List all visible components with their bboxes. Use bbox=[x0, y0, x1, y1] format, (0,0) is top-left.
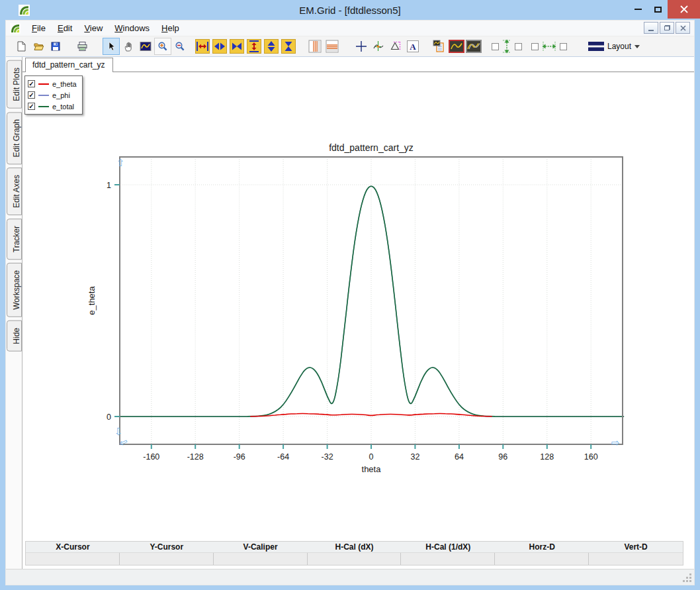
sidebar-tab-edit-graph[interactable]: Edit Graph bbox=[7, 112, 22, 164]
x-tick-label: 64 bbox=[455, 452, 464, 462]
plot-region: ✓ e_theta ✓ e_phi ✓ e_total bbox=[22, 72, 694, 541]
readout-header-y-cursor: Y-Cursor bbox=[120, 542, 214, 553]
readout-header-h-cal-dx: H-Cal (dX) bbox=[308, 542, 402, 553]
mdi-restore-button[interactable] bbox=[660, 22, 674, 34]
readout-values bbox=[26, 553, 683, 565]
legend-checkbox-e-theta[interactable]: ✓ bbox=[28, 80, 35, 87]
document-tab-strip: fdtd_pattern_cart_yz bbox=[22, 57, 694, 72]
edit-plot-icon[interactable] bbox=[448, 38, 465, 55]
legend-label-e-theta: e_theta bbox=[52, 80, 77, 88]
legend-checkbox-e-phi[interactable]: ✓ bbox=[28, 91, 35, 99]
compress-x-icon[interactable] bbox=[230, 39, 244, 54]
sidebar-tab-edit-plots[interactable]: Edit Plots bbox=[7, 60, 22, 109]
legend-line-sample-e-total bbox=[38, 106, 49, 107]
vertical-markers-icon[interactable] bbox=[306, 38, 324, 55]
scale-x-icon[interactable] bbox=[212, 39, 227, 54]
fit-height-box-left-icon bbox=[492, 43, 499, 50]
readout-value-h-cal-dx bbox=[308, 553, 402, 565]
pan-hand-icon[interactable] bbox=[120, 38, 137, 55]
mdi-minimize-button[interactable] bbox=[644, 22, 658, 34]
crosshair-icon[interactable] bbox=[353, 38, 370, 55]
legend-row-e-theta: ✓ e_theta bbox=[28, 78, 77, 89]
expand-x-icon[interactable] bbox=[195, 39, 210, 54]
legend-line-sample-e-phi bbox=[38, 95, 49, 96]
readout-header-v-caliper: V-Caliper bbox=[214, 542, 308, 553]
readout-value-h-cal-1dx bbox=[401, 553, 495, 565]
sidebar-tab-hide[interactable]: Hide bbox=[7, 320, 22, 352]
menu-help[interactable]: Help bbox=[155, 21, 185, 35]
select-cursor-icon[interactable] bbox=[103, 38, 120, 55]
x-tick-label: 160 bbox=[584, 452, 598, 462]
readout-header-horz-d: Horz-D bbox=[495, 542, 589, 553]
zoom-out-icon[interactable] bbox=[171, 38, 189, 55]
fit-height-arrow-icon bbox=[502, 39, 511, 54]
readout-value-y-cursor bbox=[120, 553, 214, 565]
readout-header-x-cursor: X-Cursor bbox=[26, 542, 120, 553]
legend-row-e-total: ✓ e_total bbox=[28, 101, 77, 112]
pan-down-arrow-icon[interactable]: ⇩ bbox=[114, 426, 123, 436]
legend-line-sample-e-theta bbox=[38, 83, 49, 85]
x-tick-label: -128 bbox=[187, 452, 204, 462]
text-annotation-icon[interactable]: A bbox=[404, 38, 421, 55]
tracker-icon[interactable] bbox=[370, 38, 387, 55]
fit-height-box-right-icon bbox=[515, 43, 522, 50]
caliper-icon[interactable] bbox=[387, 38, 404, 55]
legend-label-e-phi: e_phi bbox=[52, 91, 70, 99]
horizontal-markers-icon[interactable] bbox=[324, 38, 341, 55]
sidebar-tab-workspace[interactable]: Workspace bbox=[7, 263, 22, 317]
maximize-button[interactable] bbox=[648, 0, 668, 19]
document-area: fdtd_pattern_cart_yz ✓ e_theta ✓ e bbox=[22, 57, 694, 569]
readout-header-vert-d: Vert-D bbox=[589, 542, 683, 553]
resize-grip-icon[interactable] bbox=[683, 574, 691, 582]
overlay-plots-icon[interactable] bbox=[465, 38, 482, 55]
x-tick-label: 32 bbox=[410, 452, 419, 462]
readout-header-h-cal-1dx: H-Cal (1/dX) bbox=[401, 542, 495, 553]
plot-canvas[interactable]: -160-128-96-64-32032649612816001thetae_t… bbox=[87, 138, 636, 476]
toolbar: A Layout bbox=[6, 36, 694, 57]
mdi-close-button[interactable] bbox=[676, 22, 690, 34]
menu-file[interactable]: File bbox=[26, 21, 52, 35]
fit-width-control[interactable] bbox=[531, 41, 567, 52]
expand-y-icon[interactable] bbox=[247, 39, 261, 54]
x-tick-label: -160 bbox=[143, 452, 159, 462]
menubar: File Edit View Windows Help bbox=[6, 21, 694, 36]
scale-y-icon[interactable] bbox=[264, 39, 279, 54]
tab-fdtd-pattern-cart-yz[interactable]: fdtd_pattern_cart_yz bbox=[25, 58, 113, 72]
svg-text:A: A bbox=[410, 42, 416, 52]
compress-y-icon[interactable] bbox=[281, 39, 296, 54]
app-frame: File Edit View Windows Help bbox=[5, 20, 695, 585]
minimize-icon bbox=[634, 9, 642, 10]
readout-value-v-caliper bbox=[214, 553, 308, 565]
plot-legend: ✓ e_theta ✓ e_phi ✓ e_total bbox=[24, 75, 83, 115]
menu-view[interactable]: View bbox=[78, 21, 109, 35]
pan-right-arrow-icon[interactable]: ⇨ bbox=[611, 438, 620, 448]
layout-button[interactable]: Layout bbox=[584, 40, 644, 53]
menu-edit[interactable]: Edit bbox=[52, 21, 78, 35]
save-icon[interactable] bbox=[47, 38, 64, 55]
close-icon bbox=[680, 5, 688, 13]
layout-icon bbox=[588, 42, 604, 51]
x-tick-label: -96 bbox=[234, 452, 245, 462]
fit-height-control[interactable] bbox=[492, 39, 522, 54]
open-folder-icon[interactable] bbox=[30, 38, 47, 55]
readout-headers: X-Cursor Y-Cursor V-Caliper H-Cal (dX) H… bbox=[26, 542, 683, 553]
x-tick-label: 0 bbox=[369, 452, 374, 462]
y-tick-label: 1 bbox=[107, 181, 111, 190]
x-tick-label: -32 bbox=[322, 452, 333, 462]
zoom-in-icon[interactable] bbox=[154, 38, 171, 55]
menu-windows[interactable]: Windows bbox=[109, 21, 155, 35]
legend-checkbox-e-total[interactable]: ✓ bbox=[28, 103, 35, 110]
legend-label-e-total: e_total bbox=[52, 103, 74, 111]
zoom-box-icon[interactable] bbox=[137, 38, 154, 55]
sidebar-tab-tracker[interactable]: Tracker bbox=[7, 219, 22, 260]
x-axis-label: theta bbox=[362, 464, 382, 474]
new-file-icon[interactable] bbox=[13, 38, 30, 55]
pan-up-arrow-icon[interactable]: ⇧ bbox=[116, 158, 125, 168]
plot-report-icon[interactable] bbox=[431, 38, 448, 55]
x-tick-label: -64 bbox=[277, 452, 289, 462]
sidebar-tab-edit-axes[interactable]: Edit Axes bbox=[7, 168, 22, 215]
readout-value-horz-d bbox=[495, 553, 589, 565]
close-button[interactable] bbox=[668, 0, 700, 19]
print-icon[interactable] bbox=[73, 38, 91, 55]
minimize-button[interactable] bbox=[628, 0, 648, 19]
